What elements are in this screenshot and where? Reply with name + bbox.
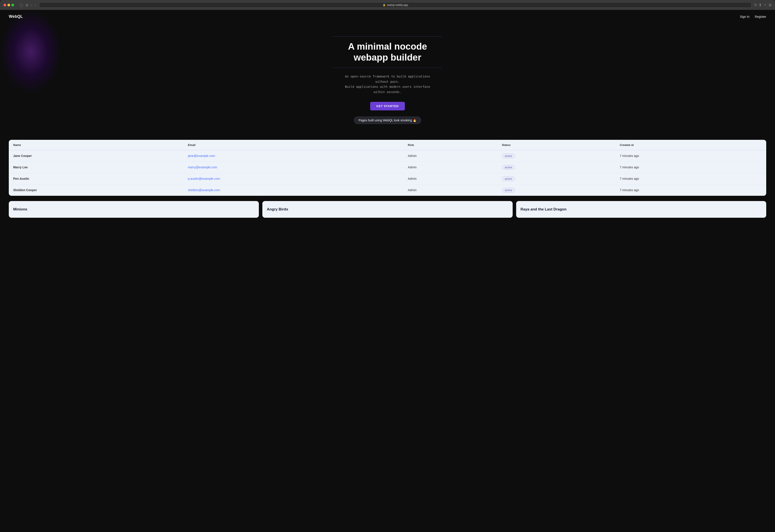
cell-created: 7 minutes ago — [615, 173, 766, 184]
col-name: Name — [9, 140, 183, 150]
cell-status: active — [498, 150, 615, 162]
cell-name: Sheldon Cooper — [9, 184, 183, 196]
cell-status: active — [498, 184, 615, 196]
movie-title-minions: Minions — [13, 207, 27, 211]
nav-back-button[interactable]: ‹ — [30, 3, 33, 7]
movie-card-raya: Raya and the Last Dragon — [516, 201, 766, 218]
col-created: Created at — [615, 140, 766, 150]
reload-icon[interactable]: ↻ — [754, 3, 757, 7]
browser-toolbar: ⬛ ⊞ ‹ › 🔒 webql.netlify.app ↻ ⬆ ＋ ⊞ — [0, 0, 775, 10]
lock-icon: 🔒 — [383, 4, 386, 6]
cell-role: Admin — [404, 184, 498, 196]
users-table-card: Name Email Role Status Created at Jane C… — [9, 140, 766, 196]
signin-link[interactable]: Sign In — [740, 15, 750, 18]
traffic-lights — [4, 4, 14, 6]
table-header: Name Email Role Status Created at — [9, 140, 766, 150]
cell-status: active — [498, 162, 615, 173]
brand-logo: WebQL — [9, 14, 23, 19]
cell-created: 7 minutes ago — [615, 150, 766, 162]
address-bar[interactable]: 🔒 webql.netlify.app — [39, 2, 752, 8]
grid-icon[interactable]: ⊞ — [769, 3, 771, 7]
nav-forward-button[interactable]: › — [34, 3, 37, 7]
cell-email: marry@example.com — [183, 162, 404, 173]
movie-title-raya: Raya and the Last Dragon — [521, 207, 567, 211]
col-email: Email — [183, 140, 404, 150]
navbar-links: Sign In Register — [740, 15, 766, 18]
cell-name: Marry Lee — [9, 162, 183, 173]
table-body: Jane Cooper jane@example.com Admin activ… — [9, 150, 766, 196]
table-row: Marry Lee marry@example.com Admin active… — [9, 162, 766, 173]
url-text: webql.netlify.app — [387, 3, 408, 7]
app-window: WebQL Sign In Register A minimal nocode … — [0, 10, 775, 532]
cell-name: Pen Austin — [9, 173, 183, 184]
movie-card-minions: Minions — [9, 201, 259, 218]
cell-name: Jane Cooper — [9, 150, 183, 162]
cell-status: active — [498, 173, 615, 184]
movie-card-angry-birds: Angry Birds — [262, 201, 513, 218]
status-badge: active — [502, 165, 515, 170]
close-button[interactable] — [4, 4, 6, 6]
hero-badge: Pages built using WebQL look smoking 🔥 — [354, 117, 421, 124]
hero-subtitle: An open-source framework to build applic… — [343, 74, 432, 95]
back-button[interactable]: ⬛ — [18, 3, 24, 7]
cell-email: p.austin@example.com — [183, 173, 404, 184]
browser-chrome: ⬛ ⊞ ‹ › 🔒 webql.netlify.app ↻ ⬆ ＋ ⊞ — [0, 0, 775, 10]
cell-email: jane@example.com — [183, 150, 404, 162]
minimize-button[interactable] — [7, 4, 10, 6]
status-badge: active — [502, 153, 515, 158]
col-status: Status — [498, 140, 615, 150]
share-icon[interactable]: ⬆ — [759, 3, 762, 7]
cell-created: 7 minutes ago — [615, 162, 766, 173]
hero-section: A minimal nocode webapp builder An open-… — [0, 23, 775, 140]
table-row: Jane Cooper jane@example.com Admin activ… — [9, 150, 766, 162]
movie-title-angry-birds: Angry Birds — [267, 207, 288, 211]
cell-role: Admin — [404, 162, 498, 173]
status-badge: active — [502, 188, 515, 193]
cell-created: 7 minutes ago — [615, 184, 766, 196]
new-tab-icon[interactable]: ＋ — [763, 3, 767, 7]
navbar: WebQL Sign In Register — [0, 10, 775, 23]
browser-actions: ↻ ⬆ ＋ ⊞ — [754, 3, 771, 7]
table-row: Sheldon Cooper sheldon@example.com Admin… — [9, 184, 766, 196]
hero-title: A minimal nocode webapp builder — [332, 36, 443, 68]
register-link[interactable]: Register — [755, 15, 766, 18]
cell-email: sheldon@example.com — [183, 184, 404, 196]
col-role: Role — [404, 140, 498, 150]
get-started-button[interactable]: GET STARTED — [370, 102, 405, 110]
browser-controls: ⬛ ⊞ ‹ › — [18, 3, 36, 7]
status-badge: active — [502, 176, 515, 181]
users-table: Name Email Role Status Created at Jane C… — [9, 140, 766, 196]
maximize-button[interactable] — [11, 4, 14, 6]
cell-role: Admin — [404, 150, 498, 162]
movies-section: Minions Angry Birds Raya and the Last Dr… — [9, 201, 766, 218]
sidebar-toggle[interactable]: ⊞ — [25, 3, 29, 7]
cell-role: Admin — [404, 173, 498, 184]
table-row: Pen Austin p.austin@example.com Admin ac… — [9, 173, 766, 184]
